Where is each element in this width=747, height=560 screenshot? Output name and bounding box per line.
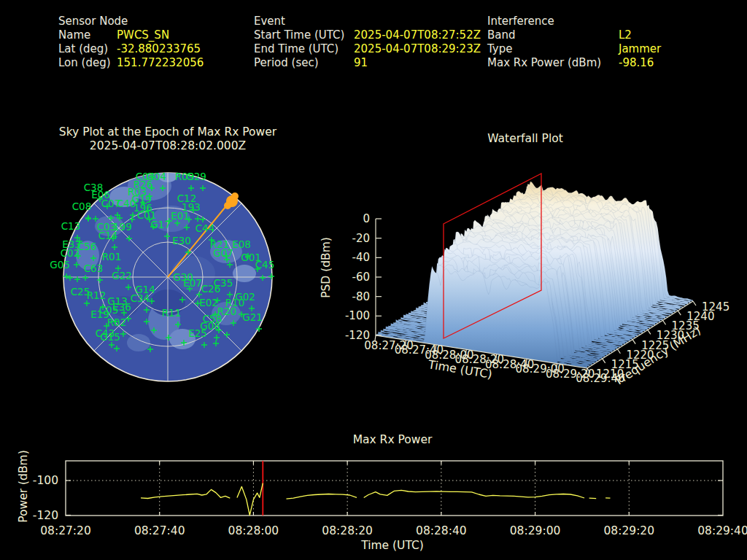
power-plot-frame <box>66 461 723 516</box>
svg-text:-60: -60 <box>352 271 371 284</box>
svg-text:08:29:00: 08:29:00 <box>510 524 561 537</box>
interference-title: Interference <box>487 15 554 28</box>
satellite-label: R02 <box>107 316 127 328</box>
power-trace <box>141 483 611 516</box>
sensor-lat-label: Lat (deg) <box>58 42 108 55</box>
svg-text:0: 0 <box>363 212 370 225</box>
waterfall-canvas: 0-20-40-60-80-100-12008:27:2008:27:4008:… <box>314 160 747 423</box>
waterfall-title: Waterfall Plot <box>379 132 671 145</box>
sensor-lat-value: -32.880233765 <box>117 42 201 55</box>
interf-type-label: Type <box>487 42 512 55</box>
interf-type-value: Jammer <box>619 42 661 55</box>
event-title: Event <box>254 15 285 28</box>
satellite-label: R12 <box>87 289 107 301</box>
svg-text:08:27:40: 08:27:40 <box>134 524 185 537</box>
power-plot-axes: 08:27:2008:27:4008:28:0008:28:2008:28:40… <box>33 461 747 537</box>
svg-text:-100: -100 <box>33 474 58 487</box>
satellite-label: G22 <box>112 270 132 281</box>
satellite-label: E25 <box>188 327 207 339</box>
time-axis-label: Time (UTC) <box>334 539 451 552</box>
satellite-label: G15 <box>100 331 120 343</box>
svg-text:1245: 1245 <box>702 300 729 314</box>
satellite-label: E30 <box>172 235 191 246</box>
svg-text:08:28:20: 08:28:20 <box>322 524 373 537</box>
svg-text:08:28:00: 08:28:00 <box>228 524 279 537</box>
event-start-value: 2025-04-07T08:27:52Z <box>354 28 481 42</box>
satellite-label: C34 <box>131 292 150 304</box>
svg-text:-120: -120 <box>33 509 58 522</box>
sensor-name-value: PWCS_SN <box>117 28 169 42</box>
satellite-label: R01 <box>102 251 122 262</box>
satellite-label: C14 <box>98 230 118 241</box>
event-end-value: 2025-04-07T08:29:23Z <box>354 42 481 55</box>
sensor-name-label: Name <box>58 28 90 42</box>
satellite-label: G19 <box>131 193 152 205</box>
svg-text:-20: -20 <box>352 232 371 245</box>
sensor-node-title: Sensor Node <box>58 15 128 28</box>
interf-band-value: L2 <box>619 28 632 42</box>
satellite-label: G05 <box>50 259 70 271</box>
sky-plot-canvas: C38E06C08C07C40196C13C03199C14E33C56C02G… <box>22 164 314 390</box>
satellite-label: C44 <box>196 222 215 234</box>
satellite-label: C08 <box>72 201 92 212</box>
event-period-value: 91 <box>354 56 368 69</box>
satellite-label: E08 <box>232 238 251 250</box>
event-start-label: Start Time (UTC) <box>254 28 344 42</box>
svg-text:08:28:40: 08:28:40 <box>416 524 467 537</box>
sky-plot-title: Sky Plot at the Epoch of Max Rx Power <box>22 125 314 139</box>
satellite-label: G07 <box>213 247 233 259</box>
sensor-lon-value: 151.772232056 <box>117 56 204 69</box>
sensor-lon-label: Lon (deg) <box>58 56 111 69</box>
svg-text:08:29:20: 08:29:20 <box>603 524 654 537</box>
interf-power-label: Max Rx Power (dBm) <box>487 56 601 69</box>
psd-axis-label: PSD (dBm) <box>320 237 333 298</box>
satellite-label: G21 <box>242 311 263 323</box>
satellite-label: C45 <box>255 259 275 271</box>
event-period-label: Period (sec) <box>254 56 319 69</box>
power-plot-grid <box>66 461 723 516</box>
svg-text:08:29:40: 08:29:40 <box>697 524 747 537</box>
event-end-label: End Time (UTC) <box>254 42 338 55</box>
sky-plot-subtitle: 2025-04-07T08:28:02.000Z <box>22 139 314 152</box>
interf-band-label: Band <box>487 28 516 42</box>
svg-text:-100: -100 <box>345 309 370 322</box>
satellite-label: C02 <box>61 247 80 259</box>
svg-text:-80: -80 <box>352 290 371 303</box>
satellite-label: G29 <box>186 171 206 182</box>
svg-text:-40: -40 <box>352 251 371 264</box>
satellite-label: E02 <box>199 297 218 308</box>
interf-power-value: -98.16 <box>619 56 654 69</box>
satellite-label: C26 <box>201 283 221 295</box>
satellite-label: C63 <box>84 262 104 274</box>
satellite-label: C13 <box>61 220 81 232</box>
satellite-label: R11 <box>162 307 182 319</box>
header: Sensor Node Name Lat (deg) Lon (deg) PWC… <box>0 0 747 73</box>
svg-text:08:27:20: 08:27:20 <box>40 524 91 537</box>
satellite-label: E07 <box>183 277 202 289</box>
